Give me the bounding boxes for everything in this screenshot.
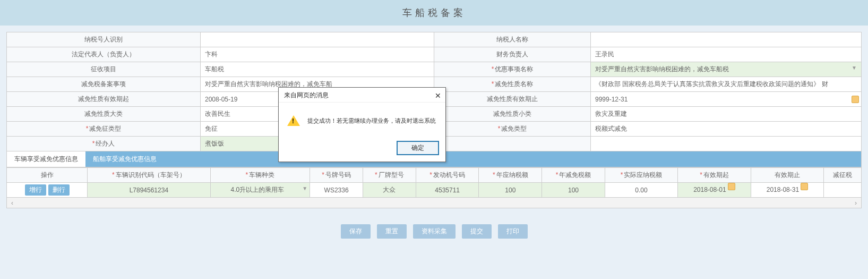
valid-to-cell[interactable]: 2018-08-31 [751,183,824,198]
form-label: 纳税号人识别 [7,32,201,47]
form-label: 财务负责人 [434,47,591,62]
column-header: *厂牌型号 [363,168,416,183]
add-row-button[interactable]: 增行 [25,184,46,196]
brand-cell[interactable]: 大众 [363,183,416,198]
form-label: 纳税人名称 [434,32,591,47]
column-header: *发动机号码 [416,168,479,183]
close-icon[interactable]: ✕ [435,91,441,100]
column-header: *年减免税额 [542,168,605,183]
tax-reduce-cell[interactable]: 100 [542,183,605,198]
form-value: 王录民 [591,47,862,62]
scroll-right-icon[interactable]: › [850,199,861,207]
form-value: 救灾及重建 [591,107,862,122]
form-value: 车船税 [201,62,434,77]
message-dialog: 来自网页的消息 ✕ 提交成功！若无需继续办理业务，请及时退出系统 确定 [278,87,446,162]
delete-row-button[interactable]: 删行 [48,184,70,196]
footer-button[interactable]: 提交 [462,224,492,239]
form-value [591,137,862,151]
chevron-down-icon[interactable]: ▼ [302,185,307,191]
action-cell: 增行删行 [7,183,88,198]
column-header: *号牌号码 [310,168,363,183]
footer-buttons: 保存重置资料采集提交打印 [6,208,862,255]
column-header: 操作 [7,168,88,183]
form-value: 《财政部 国家税务总局关于认真落实抗震救灾及灾后重建税收政策问题的通知》 财 [591,77,862,92]
form-label: *减免性质名称 [434,77,591,92]
column-header: *实际应纳税额 [605,168,677,183]
form-label: *减免类型 [434,122,591,137]
form-label: 减免性质有效期止 [434,92,591,107]
vin-cell[interactable]: L7894561234 [88,183,211,198]
tax-actual-cell: 0.00 [605,183,677,198]
form-value[interactable]: 对受严重自然灾害影响纳税困难的，减免车船税▼ [591,62,862,77]
form-label: *减免征类型 [7,122,201,137]
form-value [201,32,434,47]
plate-cell[interactable]: WS2336 [310,183,363,198]
valid-from-cell[interactable]: 2018-08-01 [678,183,751,198]
page-title: 车船税备案 [0,0,868,26]
footer-button[interactable]: 打印 [498,224,528,239]
calendar-icon[interactable] [728,183,735,190]
table-row: 增行删行L78945612344.0升以上的乘用车 ▼WS2336大众45357… [7,183,862,198]
horizontal-scrollbar[interactable]: ‹ › [6,198,862,208]
vehicle-type-cell[interactable]: 4.0升以上的乘用车 ▼ [210,183,310,198]
form-label: 减免税备案事项 [7,77,201,92]
column-header: *车辆种类 [210,168,310,183]
form-label: 减免性质大类 [7,107,201,122]
column-header: *年应纳税额 [479,168,542,183]
tax-due-cell[interactable]: 100 [479,183,542,198]
form-label: 法定代表人（负责人） [7,47,201,62]
tab[interactable]: 船舶享受减免优惠信息 [85,151,164,167]
form-label [434,137,591,151]
form-label: 减免性质有效期起 [7,92,201,107]
dialog-message: 提交成功！若无需继续办理业务，请及时退出系统 [307,117,436,125]
scroll-left-icon[interactable]: ‹ [7,199,18,207]
form-label: 减免性质小类 [434,107,591,122]
column-header: *有效期起 [678,168,751,183]
data-grid: 操作*车辆识别代码（车架号）*车辆种类*号牌号码*厂牌型号*发动机号码*年应纳税… [6,167,862,198]
ok-button[interactable]: 确定 [397,141,439,155]
column-header: 减征税 [824,168,862,183]
extra-cell [824,183,862,198]
calendar-icon[interactable] [852,96,859,103]
form-label: 征收项目 [7,62,201,77]
tab[interactable]: 车辆享受减免优惠信息 [7,151,85,167]
form-value: 卞科 [201,47,434,62]
column-header: 有效期止 [751,168,824,183]
footer-button[interactable]: 保存 [341,224,371,239]
form-value[interactable]: 9999-12-31 [591,92,862,107]
footer-button[interactable]: 资料采集 [413,224,456,239]
form-label: *优惠事项名称 [434,62,591,77]
footer-button[interactable]: 重置 [377,224,407,239]
dialog-title: 来自网页的消息 [284,91,329,100]
chevron-down-icon[interactable]: ▼ [852,65,857,71]
calendar-icon[interactable] [801,183,808,190]
form-label: *经办人 [7,137,201,151]
engine-cell[interactable]: 4535711 [416,183,479,198]
form-value [591,32,862,47]
form-value: 税额式减免 [591,122,862,137]
warning-icon [287,115,300,126]
column-header: *车辆识别代码（车架号） [88,168,211,183]
